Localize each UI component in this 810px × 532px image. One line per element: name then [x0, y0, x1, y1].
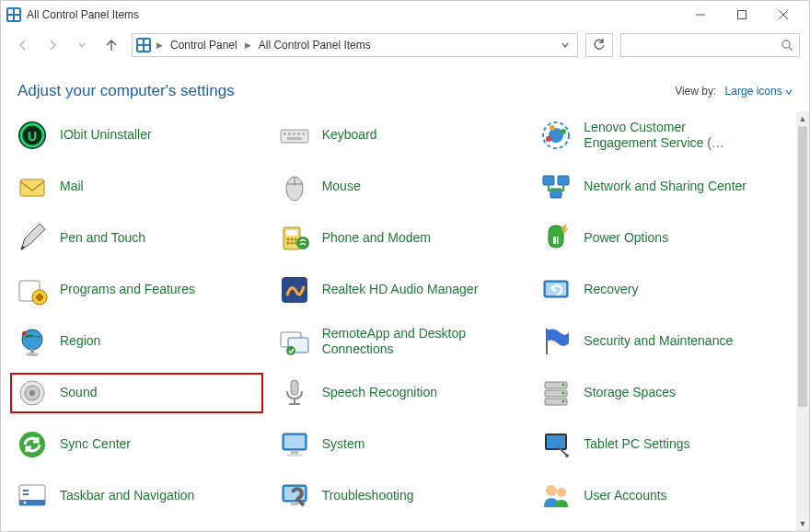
cp-item-label: Taskbar and Navigation	[60, 488, 194, 504]
cp-item-sound[interactable]: Sound	[10, 373, 263, 413]
cp-item-label: Phone and Modem	[322, 230, 431, 247]
svg-rect-89	[291, 502, 298, 505]
cp-item-programs-and-features[interactable]: Programs and Features	[10, 270, 263, 310]
content-area: UIObit UninstallerKeyboardLenovo Custome…	[1, 111, 796, 531]
chevron-right-icon[interactable]: ▶	[243, 40, 253, 50]
cp-item-label: Speech Recognition	[322, 385, 437, 401]
sync-icon	[16, 428, 49, 461]
recent-dropdown[interactable]	[69, 32, 95, 58]
svg-rect-6	[737, 11, 746, 19]
scroll-down-icon[interactable]: ▼	[796, 516, 809, 531]
scroll-up-icon[interactable]: ▲	[796, 111, 809, 126]
cp-item-tablet-pc-settings[interactable]: Tablet PC Settings	[534, 424, 787, 465]
svg-point-30	[546, 136, 551, 142]
cp-item-mail[interactable]: Mail	[10, 167, 263, 207]
svg-rect-23	[297, 133, 300, 135]
cp-item-taskbar-and-navigation[interactable]: Taskbar and Navigation	[10, 476, 263, 516]
svg-text:U: U	[28, 129, 37, 144]
svg-rect-13	[145, 46, 149, 51]
cp-item-label: Recovery	[584, 282, 638, 298]
vertical-scrollbar[interactable]: ▲ ▼	[796, 111, 809, 531]
cp-item-label: Realtek HD Audio Manager	[322, 282, 479, 298]
back-button[interactable]	[10, 32, 36, 58]
forward-button[interactable]	[40, 32, 65, 58]
up-button[interactable]	[98, 32, 124, 58]
refresh-button[interactable]	[585, 33, 613, 57]
cp-item-security-and-maintenance[interactable]: Security and Maintenance	[534, 321, 787, 362]
close-button[interactable]	[762, 2, 804, 28]
troubleshoot-icon	[278, 480, 311, 513]
cp-item-windows-defender-firewall[interactable]: Windows Defender Firewall	[10, 527, 263, 531]
svg-rect-35	[543, 176, 554, 185]
items-grid: UIObit UninstallerKeyboardLenovo Custome…	[10, 115, 787, 531]
control-panel-small-icon	[136, 38, 151, 52]
svg-rect-67	[291, 380, 298, 395]
svg-rect-78	[284, 435, 305, 448]
cp-item-windows-mobility-center[interactable]: Windows Mobility Center	[272, 527, 526, 531]
mic-icon	[278, 376, 311, 410]
svg-point-28	[550, 125, 555, 131]
cp-item-keyboard[interactable]: Keyboard	[272, 115, 526, 156]
nav-controls	[10, 32, 124, 58]
svg-point-74	[562, 392, 565, 395]
cp-item-work-folders[interactable]: Work Folders	[534, 527, 787, 531]
cp-item-speech-recognition[interactable]: Speech Recognition	[272, 373, 526, 413]
svg-rect-10	[138, 40, 143, 44]
svg-rect-4	[15, 16, 19, 20]
address-bar[interactable]: ▶ Control Panel ▶ All Control Panel Item…	[132, 33, 578, 57]
scrollbar-thumb[interactable]	[798, 126, 807, 407]
cp-item-remoteapp-and-desktop-connections[interactable]: RemoteApp and Desktop Connections	[272, 321, 526, 362]
svg-rect-3	[8, 16, 13, 20]
view-by-label: View by:	[675, 85, 716, 98]
cp-item-iobit-uninstaller[interactable]: UIObit Uninstaller	[10, 115, 263, 156]
window-controls	[679, 2, 804, 28]
svg-rect-82	[547, 435, 565, 448]
taskbar-icon	[16, 480, 49, 513]
svg-point-66	[29, 390, 35, 396]
iobit-icon: U	[16, 119, 49, 152]
keyboard-icon	[278, 119, 311, 152]
speaker-icon	[16, 376, 49, 410]
view-by-value[interactable]: Large icons	[725, 85, 793, 98]
cp-item-realtek-hd-audio-manager[interactable]: Realtek HD Audio Manager	[272, 270, 526, 310]
cp-item-system[interactable]: System	[272, 424, 526, 465]
search-input[interactable]	[620, 33, 800, 57]
titlebar: All Control Panel Items	[1, 1, 809, 29]
cp-item-network-and-sharing-center[interactable]: Network and Sharing Center	[534, 167, 787, 207]
system-icon	[278, 428, 311, 461]
cp-item-mouse[interactable]: Mouse	[272, 167, 526, 207]
cp-item-sync-center[interactable]: Sync Center	[10, 424, 263, 465]
svg-point-86	[24, 502, 27, 504]
breadcrumb-current[interactable]: All Control Panel Items	[255, 39, 375, 52]
minimize-button[interactable]	[679, 2, 721, 28]
cp-item-user-accounts[interactable]: User Accounts	[534, 476, 787, 516]
svg-rect-12	[138, 46, 143, 51]
cp-item-troubleshooting[interactable]: Troubleshooting	[272, 476, 526, 516]
scrollbar-track[interactable]	[796, 126, 809, 516]
breadcrumb-root[interactable]: Control Panel	[167, 39, 241, 52]
cp-item-label: Security and Maintenance	[584, 333, 733, 350]
cp-item-label: IObit Uninstaller	[60, 127, 152, 144]
cp-item-region[interactable]: Region	[10, 321, 263, 362]
breadcrumb: ▶ Control Panel ▶ All Control Panel Item…	[155, 39, 557, 52]
chevron-down-icon[interactable]	[561, 40, 570, 50]
svg-rect-52	[36, 295, 43, 299]
svg-rect-1	[8, 9, 13, 14]
cp-item-recovery[interactable]: Recovery	[534, 270, 787, 310]
cp-item-power-options[interactable]: Power Options	[534, 218, 787, 259]
svg-rect-22	[293, 133, 295, 135]
svg-point-43	[286, 242, 289, 245]
chevron-right-icon[interactable]: ▶	[155, 40, 165, 50]
cp-item-storage-spaces[interactable]: Storage Spaces	[534, 373, 787, 413]
cp-item-lenovo-customer-engagement-service[interactable]: Lenovo Customer Engagement Service (…	[534, 115, 787, 156]
cp-item-phone-and-modem[interactable]: Phone and Modem	[272, 218, 526, 259]
cp-item-label: Troubleshooting	[322, 488, 414, 504]
maximize-button[interactable]	[721, 2, 762, 28]
svg-point-42	[294, 238, 296, 241]
cp-item-pen-and-touch[interactable]: Pen and Touch	[10, 218, 263, 259]
svg-point-75	[562, 400, 565, 403]
cp-item-label: System	[322, 436, 365, 453]
window-title: All Control Panel Items	[27, 8, 679, 21]
svg-point-62	[286, 346, 295, 355]
svg-rect-80	[287, 454, 302, 457]
